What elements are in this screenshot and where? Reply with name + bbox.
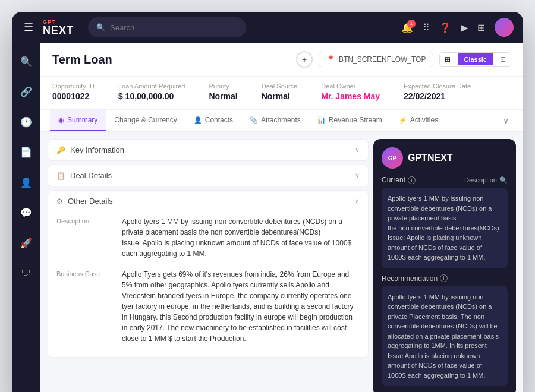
business-case-value: Apollo Tyers gets 69% of it's revenues f… — [122, 269, 360, 344]
accordion-deal-details: 📋 Deal Details ∨ — [48, 165, 369, 186]
other-details-chevron: ∧ — [355, 197, 360, 205]
recommendation-info-icon[interactable]: i — [440, 274, 448, 282]
header-actions: + 📍 BTN_SCREENFLOW_TOP ⊞ Classic ⊡ — [296, 51, 511, 68]
meta-priority: Priority Normal — [209, 83, 237, 101]
description-label: Description — [56, 216, 122, 225]
right-ai-panel: GP GPTNEXT Current i — [373, 139, 516, 392]
help-icon[interactable]: ❓ — [439, 22, 451, 33]
grid-view-icon[interactable]: ⊞ — [440, 53, 455, 66]
screenflow-label: BTN_SCREENFLOW_TOP — [339, 55, 426, 64]
tabs-bar: ◉ Summary Change & Currency 👤 Contacts 📎… — [40, 110, 523, 132]
content-header: Term Loan + 📍 BTN_SCREENFLOW_TOP ⊞ Class… — [40, 43, 523, 77]
tab-summary[interactable]: ◉ Summary — [50, 110, 106, 131]
ai-avatar: GP — [382, 147, 403, 169]
ai-description-action[interactable]: Description 🔍 — [464, 176, 508, 184]
ai-recommendation-content: Apollo tyers 1 MM by issuing non convert… — [382, 286, 508, 387]
ai-recommendation-header: Recommendation i — [382, 274, 508, 283]
tab-activities[interactable]: ⚡ Activities — [391, 110, 446, 131]
sidebar-rocket-icon[interactable]: 🚀 — [17, 234, 36, 252]
tabs-more-button[interactable]: ∨ — [498, 111, 514, 130]
detail-business-case-row: Business Case Apollo Tyers gets 69% of i… — [56, 264, 360, 349]
description-value: Apollo tyers 1 MM by issuing non convert… — [122, 216, 360, 259]
ai-header: GP GPTNEXT — [382, 147, 508, 169]
attachments-tab-icon: 📎 — [250, 116, 258, 124]
meta-opportunity-id: Opportunity ID 00001022 — [52, 83, 95, 101]
content-area: Term Loan + 📍 BTN_SCREENFLOW_TOP ⊞ Class… — [40, 43, 523, 392]
activities-tab-icon: ⚡ — [399, 116, 407, 124]
meta-deal-owner: Deal Owner Mr. James May — [321, 83, 380, 101]
tab-contacts[interactable]: 👤 Contacts — [185, 110, 241, 131]
search-bar[interactable]: 🔍 — [88, 17, 246, 37]
next-label: NEXT — [43, 25, 74, 36]
tab-activities-label: Activities — [410, 116, 438, 124]
left-sidebar: 🔍 🔗 🕐 📄 👤 💬 🚀 🛡 — [12, 43, 40, 392]
tab-summary-label: Summary — [67, 116, 97, 124]
notification-badge: 1 — [407, 20, 416, 28]
tab-contacts-label: Contacts — [205, 116, 233, 124]
other-details-icon: ⚙ — [56, 197, 63, 206]
ai-panel: GP GPTNEXT Current i — [373, 139, 516, 392]
ai-recommendation-title: Recommendation i — [382, 274, 448, 283]
meta-loan-amount: Loan Amount Required $ 10,00,000.00 — [118, 83, 185, 101]
left-panel: 🔑 Key Information ∨ 📋 Deal Details ∨ — [48, 139, 373, 392]
current-info-icon[interactable]: i — [408, 176, 416, 184]
tab-attachments-label: Attachments — [261, 116, 301, 124]
tab-revenue-stream[interactable]: 📊 Revenue Stream — [309, 110, 391, 131]
ai-name: GPTNEXT — [408, 153, 453, 163]
sidebar-search-icon[interactable]: 🔍 — [17, 52, 36, 71]
detail-description-row: Description Apollo tyers 1 MM by issuing… — [56, 211, 360, 264]
meta-deal-source: Deal Source Normal — [262, 83, 298, 101]
main-layout: 🔍 🔗 🕐 📄 👤 💬 🚀 🛡 Term Loan + 📍 BTN_SCREEN… — [12, 43, 523, 392]
video-icon[interactable]: ▶ — [461, 22, 468, 33]
screenflow-icon: 📍 — [326, 55, 335, 64]
sidebar-user-icon[interactable]: 👤 — [17, 173, 36, 192]
tab-attachments[interactable]: 📎 Attachments — [241, 110, 309, 131]
accordion-other-details: ⚙ Other Details ∧ Description Apollo tye… — [48, 190, 369, 358]
ai-current-content: Apollo tyers 1 MM by issuing non convert… — [382, 188, 508, 268]
deal-details-chevron: ∨ — [355, 172, 360, 179]
meta-closure-date: Expected Closure Date 22/02/2021 — [404, 83, 471, 101]
hamburger-menu[interactable]: ☰ — [21, 18, 36, 36]
body-content: 🔑 Key Information ∨ 📋 Deal Details ∨ — [40, 132, 523, 392]
sidebar-document-icon[interactable]: 📄 — [17, 143, 36, 162]
search-input[interactable] — [110, 23, 238, 32]
user-avatar[interactable] — [495, 18, 514, 37]
tab-change-currency[interactable]: Change & Currency — [106, 110, 185, 131]
tab-revenue-label: Revenue Stream — [329, 116, 382, 124]
summary-tab-icon: ◉ — [58, 116, 64, 124]
search-icon: 🔍 — [96, 23, 105, 31]
add-button[interactable]: + — [296, 51, 313, 68]
grid-view-button[interactable]: ⊡ — [495, 53, 511, 66]
layout-icon[interactable]: ⊞ — [477, 22, 485, 33]
sidebar-chat-icon[interactable]: 💬 — [17, 204, 36, 222]
other-details-title: Other Details — [68, 197, 350, 206]
revenue-tab-icon: 📊 — [317, 116, 326, 124]
key-info-chevron: ∨ — [355, 146, 360, 154]
accordion-key-info: 🔑 Key Information ∨ — [48, 139, 369, 161]
meta-bar: Opportunity ID 00001022 Loan Amount Requ… — [40, 77, 523, 110]
accordion-other-details-header[interactable]: ⚙ Other Details ∧ — [48, 191, 368, 211]
contacts-tab-icon: 👤 — [194, 116, 202, 124]
sidebar-shield-icon[interactable]: 🛡 — [18, 264, 34, 282]
other-details-body: Description Apollo tyers 1 MM by issuing… — [48, 211, 368, 357]
page-title: Term Loan — [52, 53, 112, 67]
notification-icon[interactable]: 🔔 1 — [401, 22, 413, 33]
ai-recommendation-section: Recommendation i Apollo tyers 1 MM by is… — [382, 274, 508, 387]
ai-current-header: Current i Description 🔍 — [382, 176, 508, 184]
nav-icons: 🔔 1 ⠿ ❓ ▶ ⊞ — [401, 18, 514, 37]
app-logo: GPT NEXT — [43, 20, 74, 36]
tab-change-currency-label: Change & Currency — [114, 116, 177, 124]
classic-view-button[interactable]: Classic — [458, 53, 493, 65]
top-navigation: ☰ GPT NEXT 🔍 🔔 1 ⠿ ❓ ▶ ⊞ — [12, 12, 523, 43]
business-case-label: Business Case — [56, 269, 122, 277]
accordion-deal-details-header[interactable]: 📋 Deal Details ∨ — [48, 165, 368, 186]
grid-icon[interactable]: ⠿ — [423, 22, 430, 33]
deal-details-icon: 📋 — [56, 172, 65, 180]
screenflow-button[interactable]: 📍 BTN_SCREENFLOW_TOP — [319, 52, 433, 67]
key-info-title: Key Information — [70, 146, 350, 154]
sidebar-history-icon[interactable]: 🕐 — [17, 113, 36, 131]
sidebar-link-icon[interactable]: 🔗 — [17, 83, 36, 101]
search-action-icon: 🔍 — [499, 176, 508, 184]
view-toggle: ⊞ Classic ⊡ — [439, 52, 511, 67]
accordion-key-info-header[interactable]: 🔑 Key Information ∨ — [48, 140, 368, 160]
